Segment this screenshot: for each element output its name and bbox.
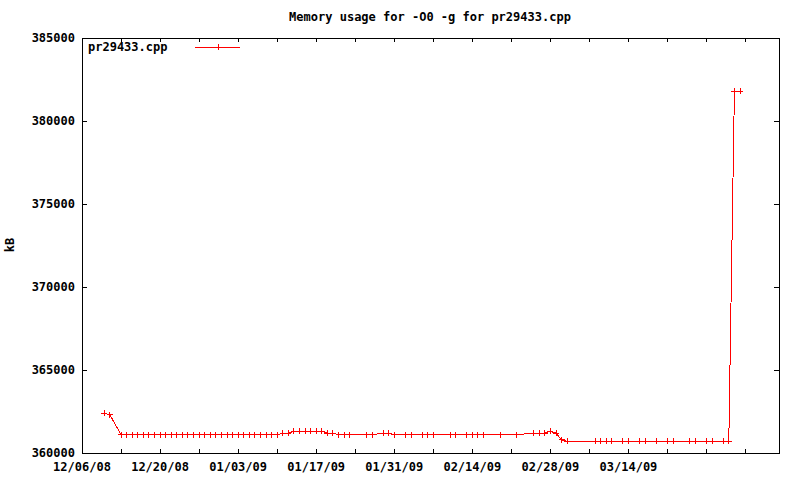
y-tick-label: 385000 (32, 31, 75, 45)
x-tick-label: 12/20/08 (131, 460, 189, 474)
y-tick-label: 360000 (32, 446, 75, 460)
y-tick-label: 375000 (32, 197, 75, 211)
x-tick-label: 01/31/09 (365, 460, 423, 474)
legend-plus-marker (215, 44, 221, 50)
legend: pr29433.cpp (88, 40, 240, 54)
data-series (101, 88, 743, 444)
legend-line-sample-icon (195, 44, 240, 50)
y-tick-label: 370000 (32, 280, 75, 294)
chart-title: Memory usage for -O0 -g for pr29433.cpp (289, 10, 571, 24)
plot-border (82, 38, 779, 453)
plot-frame-and-ticks: 12/06/0812/20/0801/03/0901/17/0901/31/09… (32, 31, 779, 474)
y-tick-label: 380000 (32, 114, 75, 128)
y-axis-label: kB (3, 238, 17, 252)
series-plus-markers (101, 88, 743, 444)
chart-canvas: Memory usage for -O0 -g for pr29433.cpp … (0, 0, 800, 480)
x-tick-label: 02/14/09 (443, 460, 501, 474)
legend-label: pr29433.cpp (88, 40, 167, 54)
x-tick-label: 01/03/09 (209, 460, 267, 474)
x-tick-label: 03/14/09 (600, 460, 658, 474)
memory-usage-chart: Memory usage for -O0 -g for pr29433.cpp … (0, 0, 800, 480)
series-line (104, 91, 740, 441)
y-tick-label: 365000 (32, 363, 75, 377)
x-tick-label: 02/28/09 (521, 460, 579, 474)
x-tick-label: 01/17/09 (287, 460, 345, 474)
x-tick-label: 12/06/08 (53, 460, 111, 474)
